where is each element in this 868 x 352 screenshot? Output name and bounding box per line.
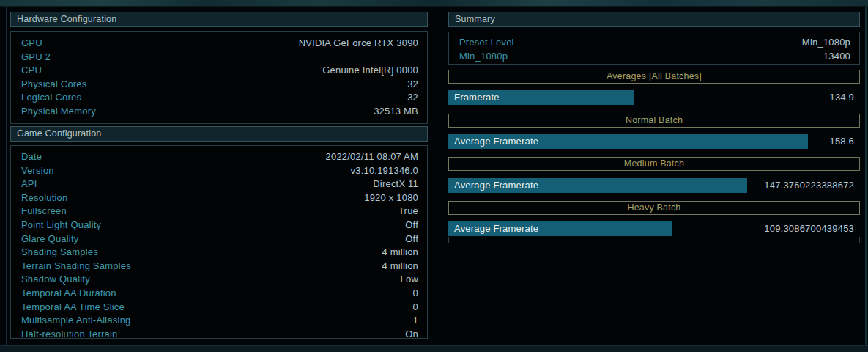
medium-batch-bar-row: Average Framerate 147.3760223388672: [448, 178, 860, 193]
game-row-value: 2022/02/11 08:07 AM: [326, 150, 418, 164]
game-row-label: Shading Samples: [21, 246, 98, 260]
left-column: Hardware Configuration GPU NVIDIA GeForc…: [10, 0, 428, 352]
game-row-point-light-quality: Point Light Quality Off: [11, 219, 427, 232]
heavy-batch-bar-label: Average Framerate: [454, 221, 538, 236]
summary-row-value: Min_1080p: [802, 36, 850, 50]
framerate-bar-label: Framerate: [454, 90, 500, 105]
hardware-row-physical-cores: Physical Cores 32: [11, 78, 427, 92]
game-row-value: True: [398, 205, 418, 219]
medium-batch-value: 147.3760223388672: [764, 178, 854, 193]
medium-batch-bar-label: Average Framerate: [454, 178, 538, 193]
hardware-row-value: 32: [407, 78, 418, 92]
heavy-batch-bar-row: Average Framerate 109.3086700439453: [448, 221, 860, 236]
game-row-label: API: [21, 177, 37, 191]
game-row-value: Off: [405, 232, 418, 246]
game-row-api: API DirectX 11: [11, 177, 427, 191]
summary-column: Summary Preset Level Min_1080p Min_1080p…: [448, 0, 860, 352]
summary-panel: Preset Level Min_1080p Min_1080p 13400: [448, 32, 860, 65]
game-row-shadow-quality: Shadow Quality Low: [11, 273, 427, 287]
summary-title: Summary: [455, 14, 495, 24]
framerate-value: 134.9: [829, 90, 854, 105]
hardware-row-gpu: GPU NVIDIA GeForce RTX 3090: [11, 37, 427, 51]
game-row-value: 0: [413, 287, 418, 301]
hardware-row-logical-cores: Logical Cores 32: [11, 91, 427, 105]
game-row-value: v3.10.191346.0: [351, 164, 418, 178]
game-row-label: Multisample Anti-Aliasing: [21, 314, 131, 328]
game-row-fullscreen: Fullscreen True: [11, 205, 427, 219]
hardware-row-label: Logical Cores: [21, 91, 81, 105]
game-row-temporal-aa-time-slice: Temporal AA Time Slice 0: [11, 301, 427, 315]
game-row-value: On: [405, 328, 418, 342]
hardware-row-label: GPU: [21, 37, 42, 51]
left-frame-line: [6, 7, 7, 345]
batch-header-label: Normal Batch: [626, 115, 683, 125]
game-row-value: 4 million: [382, 246, 418, 260]
framerate-bar-row: Framerate 134.9: [448, 90, 860, 105]
game-row-label: Half-resolution Terrain: [21, 328, 118, 342]
game-row-multisample-anti-aliasing: Multisample Anti-Aliasing 1: [11, 314, 427, 328]
summary-group-bottom-border: [448, 237, 860, 243]
game-row-value: Off: [405, 219, 418, 232]
hardware-row-physical-memory: Physical Memory 32513 MB: [11, 105, 427, 119]
summary-row-score: Min_1080p 13400: [449, 50, 859, 64]
game-configuration-panel: Date 2022/02/11 08:07 AM Version v3.10.1…: [10, 145, 428, 339]
batch-header-label: Averages [All Batches]: [607, 71, 702, 81]
right-frame-line: [865, 7, 867, 345]
hardware-configuration-header: Hardware Configuration: [10, 12, 428, 27]
summary-row-label: Min_1080p: [459, 50, 508, 64]
game-row-terrain-shading-samples: Terrain Shading Samples 4 million: [11, 260, 427, 274]
medium-batch-header: Medium Batch: [448, 157, 860, 171]
normal-batch-header: Normal Batch: [448, 114, 860, 128]
summary-row-label: Preset Level: [459, 36, 514, 50]
hardware-row-value: 32: [407, 91, 418, 105]
batch-header-label: Medium Batch: [624, 158, 684, 169]
game-row-value: DirectX 11: [373, 177, 418, 191]
hardware-row-label: GPU 2: [21, 51, 51, 65]
normal-batch-bar-row: Average Framerate 158.6: [448, 134, 860, 149]
hardware-row-value: 32513 MB: [374, 105, 418, 119]
game-row-label: Version: [21, 164, 54, 178]
game-row-resolution: Resolution 1920 x 1080: [11, 191, 427, 205]
game-row-glare-quality: Glare Quality Off: [11, 232, 427, 246]
summary-header: Summary: [448, 12, 860, 27]
game-row-value: 1920 x 1080: [364, 191, 418, 205]
game-row-half-resolution-terrain: Half-resolution Terrain On: [11, 328, 427, 342]
game-row-label: Terrain Shading Samples: [21, 260, 131, 274]
batch-header-label: Heavy Batch: [627, 202, 680, 213]
hardware-configuration-panel: GPU NVIDIA GeForce RTX 3090 GPU 2 CPU Ge…: [10, 31, 428, 124]
hardware-row-gpu2: GPU 2: [11, 51, 427, 65]
heavy-batch-value: 109.3086700439453: [764, 221, 854, 236]
game-row-value: Low: [401, 273, 418, 287]
game-row-value: 0: [413, 301, 418, 315]
game-row-label: Point Light Quality: [21, 219, 101, 232]
game-row-value: 1: [413, 314, 418, 328]
summary-row-preset-level: Preset Level Min_1080p: [449, 36, 859, 50]
hardware-row-value: NVIDIA GeForce RTX 3090: [299, 37, 418, 51]
game-row-temporal-aa-duration: Temporal AA Duration 0: [11, 287, 427, 301]
game-row-label: Glare Quality: [21, 232, 78, 246]
game-row-shading-samples: Shading Samples 4 million: [11, 246, 427, 260]
game-row-date: Date 2022/02/11 08:07 AM: [11, 150, 427, 164]
game-row-version: Version v3.10.191346.0: [11, 164, 427, 178]
game-configuration-title: Game Configuration: [17, 128, 101, 139]
normal-batch-value: 158.6: [829, 134, 854, 149]
game-row-label: Fullscreen: [21, 205, 67, 219]
hardware-row-label: CPU: [21, 64, 42, 78]
normal-batch-bar-label: Average Framerate: [454, 134, 538, 149]
game-row-label: Date: [21, 150, 42, 164]
heavy-batch-header: Heavy Batch: [448, 201, 860, 215]
hardware-row-label: Physical Cores: [21, 78, 87, 92]
game-row-label: Resolution: [21, 191, 67, 205]
game-row-label: Temporal AA Duration: [21, 287, 116, 301]
game-row-label: Shadow Quality: [21, 273, 90, 287]
hardware-configuration-title: Hardware Configuration: [17, 14, 116, 24]
summary-row-value: 13400: [823, 50, 850, 64]
game-row-label: Temporal AA Time Slice: [21, 301, 125, 315]
game-row-value: 4 million: [382, 260, 418, 274]
hardware-row-cpu: CPU Genuine Intel[R] 0000: [11, 64, 427, 78]
averages-all-batches-header: Averages [All Batches]: [448, 70, 860, 84]
hardware-row-label: Physical Memory: [21, 105, 96, 119]
hardware-row-value: Genuine Intel[R] 0000: [322, 64, 418, 78]
game-configuration-header: Game Configuration: [10, 126, 428, 142]
